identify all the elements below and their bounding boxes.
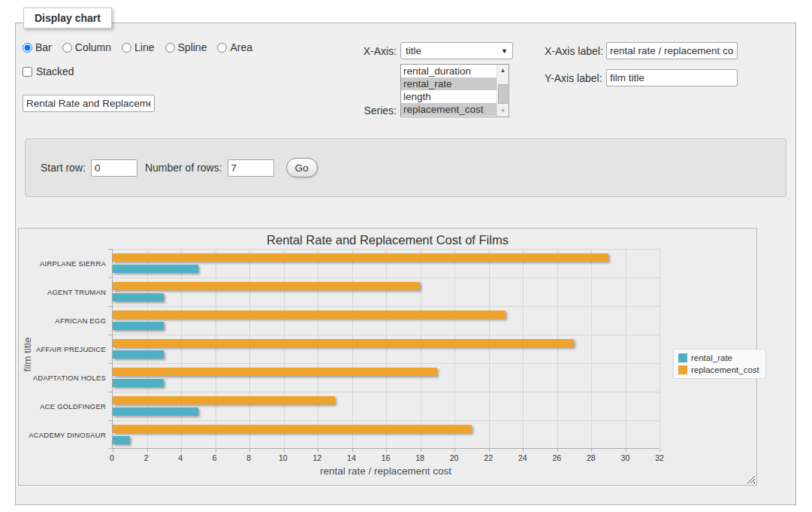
- scrollbar-thumb[interactable]: [498, 84, 508, 104]
- legend-swatch: [678, 365, 687, 374]
- x-tick-label: 32: [655, 453, 664, 462]
- x-tick-label: 28: [587, 453, 596, 462]
- y-axis-labels: AIRPLANE SIERRAAGENT TRUMANAFRICAN EGGAF…: [19, 249, 106, 449]
- bar-replacement_cost: [113, 253, 608, 262]
- select-dropdown-arrow-icon: ▼: [501, 47, 508, 55]
- scroll-up-icon[interactable]: ▲: [497, 65, 509, 76]
- bar-rental_rate: [113, 407, 198, 416]
- chart-type-radio-column[interactable]: [62, 43, 72, 53]
- x-tick-label: 12: [313, 453, 322, 462]
- x-axis-tickmark: [454, 449, 455, 452]
- y-category-label: AGENT TRUMAN: [19, 277, 106, 306]
- chart-type-radio-bar[interactable]: [23, 43, 32, 53]
- chart-type-option-line[interactable]: Line: [122, 41, 154, 53]
- x-tick-label: 8: [246, 453, 251, 462]
- series-listbox[interactable]: rental_durationrental_ratelengthreplacem…: [400, 64, 509, 117]
- x-axis-tickmark: [660, 449, 660, 452]
- chart-type-option-bar[interactable]: Bar: [23, 41, 52, 53]
- x-tick-label: 24: [518, 453, 527, 462]
- chart-type-option-label: Area: [230, 41, 252, 53]
- y-axis-label-input[interactable]: [606, 69, 738, 86]
- legend-item-rental_rate[interactable]: rental_rate: [678, 353, 759, 362]
- chart-type-radio-spline[interactable]: [165, 43, 175, 53]
- chart-container: Rental Rate and Replacement Cost of Film…: [18, 228, 757, 486]
- start-row-input[interactable]: [91, 159, 137, 177]
- bar-group: [113, 306, 660, 335]
- bar-replacement_cost: [113, 311, 506, 319]
- resize-handle-icon[interactable]: [747, 475, 755, 483]
- bar-group: [113, 363, 660, 392]
- chart-type-option-area[interactable]: Area: [217, 41, 252, 53]
- x-axis-tickmark: [591, 449, 592, 452]
- x-tick-label: 16: [382, 453, 391, 462]
- legend-label: rental_rate: [691, 353, 732, 362]
- fieldset-legend: Display chart: [23, 8, 112, 29]
- y-category-label: AFRICAN EGG: [19, 306, 106, 335]
- x-axis-label-input[interactable]: [606, 42, 738, 59]
- num-rows-label: Number of rows:: [145, 162, 222, 174]
- y-category-label: AFFAIR PREJUDICE: [19, 335, 106, 363]
- legend-item-replacement_cost[interactable]: replacement_cost: [678, 365, 759, 374]
- x-axis-caption: X-Axis label:: [545, 45, 603, 57]
- x-tick-label: 10: [279, 453, 288, 462]
- series-option-rental_rate[interactable]: rental_rate: [401, 77, 497, 90]
- bar-rental_rate: [113, 379, 164, 387]
- bar-replacement_cost: [113, 396, 335, 404]
- bar-replacement_cost: [113, 368, 437, 376]
- start-row-label: Start row:: [41, 162, 86, 174]
- x-axis-tickmark: [523, 449, 524, 452]
- bar-rental_rate: [113, 436, 130, 444]
- stacked-option[interactable]: Stacked: [23, 65, 74, 77]
- x-tick-label: 20: [450, 453, 459, 462]
- scroll-down-icon[interactable]: ▼: [497, 105, 509, 117]
- x-tick-label: 30: [621, 453, 630, 462]
- x-axis-tickmark: [113, 449, 113, 452]
- chart-title-input[interactable]: [23, 95, 155, 112]
- series-option-length[interactable]: length: [401, 90, 497, 103]
- chart-type-radio-line[interactable]: [122, 43, 131, 53]
- bar-rental_rate: [113, 265, 198, 273]
- bar-replacement_cost: [113, 282, 420, 290]
- chart-type-option-label: Spline: [178, 41, 207, 53]
- x-axis-tickmark: [626, 449, 626, 452]
- bar-group: [113, 277, 660, 306]
- x-tick-label: 2: [144, 453, 149, 462]
- x-axis-select[interactable]: title ▼: [400, 42, 513, 59]
- stacked-checkbox[interactable]: [23, 67, 32, 77]
- series-option-rental_duration[interactable]: rental_duration: [401, 65, 497, 77]
- x-axis-tickmark: [421, 449, 421, 452]
- num-rows-input[interactable]: [228, 159, 274, 177]
- chart-title: Rental Rate and Replacement Cost of Film…: [19, 233, 756, 247]
- x-axis-title: rental rate / replacement cost: [112, 465, 660, 477]
- series-option-replacement_cost[interactable]: replacement_cost: [401, 103, 497, 116]
- bar-group: [113, 392, 660, 420]
- chart-type-radio-area[interactable]: [217, 43, 227, 53]
- bar-group: [113, 249, 660, 277]
- series-listbox-options: rental_durationrental_ratelengthreplacem…: [401, 65, 497, 117]
- bar-replacement_cost: [113, 339, 574, 347]
- bar-group: [113, 420, 660, 449]
- x-axis-tickmark: [181, 449, 182, 452]
- legend-swatch: [678, 353, 687, 362]
- bar-rental_rate: [113, 322, 164, 330]
- x-tick-labels: 02468101214161820222426283032: [112, 453, 660, 464]
- x-axis-tickmark: [249, 449, 250, 452]
- x-axis-selected-value: title: [406, 45, 421, 56]
- go-button[interactable]: Go: [286, 158, 318, 177]
- x-axis-tickmark: [557, 449, 558, 452]
- chart-legend-items: rental_ratereplacement_cost: [673, 349, 766, 379]
- y-category-label: ADAPTATION HOLES: [19, 363, 106, 392]
- chart-type-option-spline[interactable]: Spline: [165, 41, 207, 53]
- x-axis-tickmark: [352, 449, 353, 452]
- bar-replacement_cost: [113, 425, 472, 433]
- chart-type-option-column[interactable]: Column: [62, 41, 111, 53]
- bar-rental_rate: [113, 293, 164, 301]
- chart-type-option-label: Line: [134, 41, 154, 53]
- x-tick-label: 26: [552, 453, 561, 462]
- listbox-scrollbar[interactable]: ▲ ▼: [497, 65, 509, 117]
- y-axis-caption: Y-Axis label:: [545, 72, 602, 84]
- plot-area: [112, 249, 660, 449]
- x-axis-tickmark: [489, 449, 490, 452]
- gridline-vertical: [660, 249, 660, 448]
- x-tick-label: 0: [110, 453, 114, 462]
